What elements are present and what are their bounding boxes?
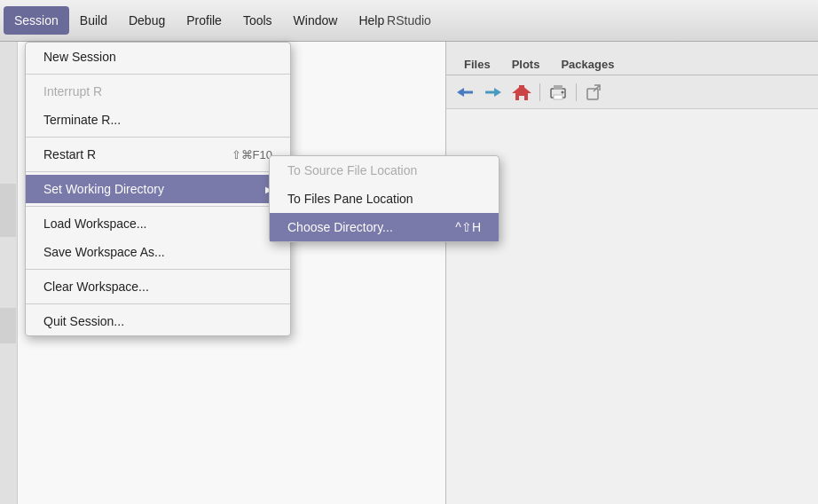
svg-rect-7 [554, 85, 562, 90]
menu-item-interrupt-r: Interrupt R [26, 77, 290, 106]
sidebar-tab-1 [0, 184, 16, 237]
toolbar-sep-2 [576, 83, 577, 101]
svg-rect-10 [587, 89, 598, 99]
separator-5 [26, 269, 290, 270]
set-working-directory-submenu: To Source File Location To Files Pane Lo… [269, 155, 499, 242]
separator-1 [26, 74, 290, 75]
home-button[interactable] [508, 80, 535, 105]
svg-rect-1 [462, 91, 473, 93]
svg-point-9 [562, 91, 564, 93]
right-panel: Files Plots Packages [445, 42, 818, 504]
menu-item-clear-workspace[interactable]: Clear Workspace... [26, 272, 290, 301]
app-title: RStudio [387, 13, 431, 28]
menu-item-terminate-r[interactable]: Terminate R... [26, 106, 290, 134]
print-button[interactable] [545, 80, 571, 105]
menu-profile[interactable]: Profile [176, 6, 232, 35]
submenu-item-choose-directory[interactable]: Choose Directory... ^⇧H [270, 213, 499, 241]
menu-item-load-workspace[interactable]: Load Workspace... [26, 209, 290, 238]
restart-r-shortcut: ⇧⌘F10 [232, 148, 272, 161]
tab-files[interactable]: Files [453, 54, 501, 75]
right-panel-tabs: Files Plots Packages [446, 42, 818, 75]
menu-item-set-working-directory[interactable]: Set Working Directory ▶ [26, 175, 290, 203]
menu-item-restart-r[interactable]: Restart R ⇧⌘F10 [26, 140, 290, 169]
choose-directory-shortcut: ^⇧H [455, 220, 481, 234]
separator-3 [26, 171, 290, 172]
menu-build[interactable]: Build [69, 6, 118, 35]
menu-session[interactable]: Session [4, 6, 69, 35]
separator-2 [26, 137, 290, 138]
svg-rect-5 [519, 85, 524, 90]
toolbar-sep-1 [539, 83, 540, 101]
menu-item-quit-session[interactable]: Quit Session... [26, 307, 290, 335]
menu-item-new-session[interactable]: New Session [26, 43, 290, 71]
separator-6 [26, 303, 290, 304]
menu-window[interactable]: Window [283, 6, 349, 35]
export-button[interactable] [581, 80, 608, 105]
submenu-item-files-pane[interactable]: To Files Pane Location [270, 185, 499, 213]
session-dropdown: New Session Interrupt R Terminate R... R… [25, 42, 291, 336]
svg-rect-3 [485, 91, 496, 93]
menu-debug[interactable]: Debug [118, 6, 176, 35]
sidebar-tab-2 [0, 308, 16, 343]
separator-4 [26, 206, 290, 207]
back-button[interactable] [452, 80, 478, 105]
right-panel-toolbar [446, 75, 818, 109]
forward-button[interactable] [480, 80, 507, 105]
tab-packages[interactable]: Packages [550, 54, 625, 75]
svg-rect-8 [554, 95, 562, 99]
menu-item-save-workspace[interactable]: Save Workspace As... [26, 238, 290, 266]
tab-plots[interactable]: Plots [501, 54, 551, 75]
menubar: Session Build Debug Profile Tools Window… [0, 0, 818, 42]
menu-tools[interactable]: Tools [232, 6, 283, 35]
left-sidebar [0, 42, 18, 504]
submenu-item-source-file: To Source File Location [270, 156, 499, 185]
